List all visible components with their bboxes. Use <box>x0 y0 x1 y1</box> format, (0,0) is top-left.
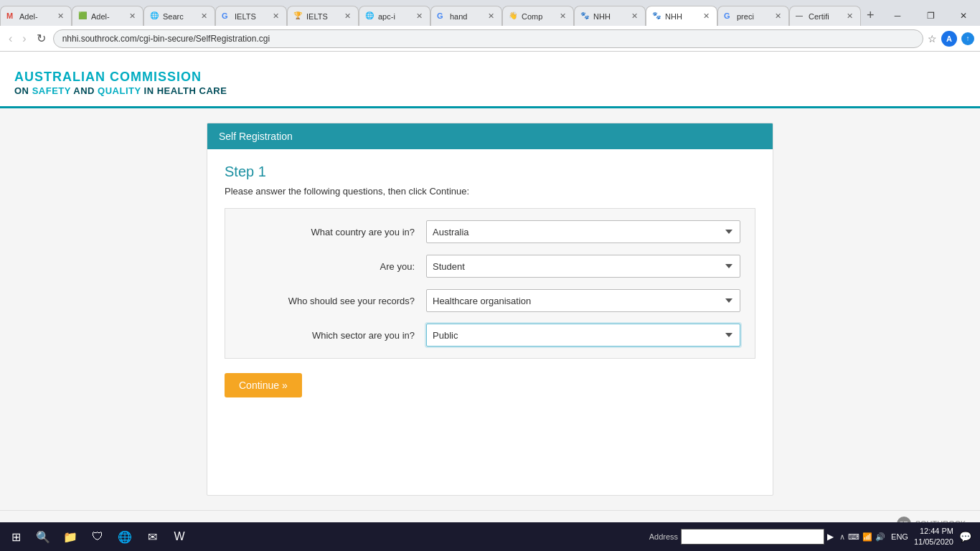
form-row-records: Who should see your records? Healthcare … <box>240 289 740 312</box>
tab-close-6[interactable]: ✕ <box>414 11 424 22</box>
sys-keyboard-icon: ⌨ <box>848 532 859 542</box>
panel-header: Self Registration <box>207 123 773 149</box>
tab-11[interactable]: G preci ✕ <box>717 6 789 26</box>
back-button[interactable]: ‹ <box>6 31 15 47</box>
tab-label-11: preci <box>737 12 770 21</box>
tab-9[interactable]: 🐾 NHH ✕ <box>574 6 646 26</box>
user-avatar[interactable]: A <box>941 31 957 47</box>
country-label: What country are you in? <box>240 227 426 237</box>
tab-close-1[interactable]: ✕ <box>55 11 65 22</box>
tab-favicon-1: M <box>6 11 17 22</box>
taskbar-address-label: Address <box>649 532 678 541</box>
tab-favicon-10: 🐾 <box>652 11 662 22</box>
forward-button[interactable]: › <box>19 31 29 47</box>
records-control: Healthcare organisation Individual No on… <box>426 289 740 312</box>
clock: 12:44 PM 11/05/2020 <box>914 526 953 548</box>
step-title: Step 1 <box>225 164 755 180</box>
tab-close-12[interactable]: ✕ <box>844 11 854 22</box>
form-row-country: What country are you in? Australia New Z… <box>240 220 740 243</box>
form-panel: Self Registration Step 1 Please answer t… <box>207 123 773 496</box>
tab-close-5[interactable]: ✕ <box>342 11 352 22</box>
tab-label-6: apc-i <box>378 12 411 21</box>
maximize-button[interactable]: ❐ <box>914 6 947 26</box>
notification-icon[interactable]: 💬 <box>959 531 971 542</box>
address-input[interactable] <box>53 29 923 48</box>
logo-safety: SAFETY <box>32 85 71 96</box>
taskbar-search[interactable]: 🔍 <box>30 524 56 550</box>
tab-5[interactable]: 🏆 IELTS ✕ <box>287 6 359 26</box>
sys-volume-icon: 🔊 <box>875 532 885 542</box>
taskbar-shield[interactable]: 🛡 <box>85 524 110 550</box>
logo-line1: AUSTRALIAN COMMISSION <box>14 69 227 85</box>
tab-close-3[interactable]: ✕ <box>199 11 209 22</box>
form-row-sector: Which sector are you in? Public Private … <box>240 324 740 347</box>
tab-label-7: hand <box>450 12 483 21</box>
tab-2[interactable]: 🟩 Adel- ✕ <box>72 6 143 26</box>
form-row-role: Are you: Student Clinician Manager Other <box>240 255 740 278</box>
records-label: Who should see your records? <box>240 296 426 306</box>
bookmark-icon[interactable]: ☆ <box>928 33 937 44</box>
taskbar-file-explorer[interactable]: 📁 <box>57 524 83 550</box>
panel-title: Self Registration <box>219 131 293 142</box>
tab-3[interactable]: 🌐 Searc ✕ <box>143 6 215 26</box>
taskbar-go-icon[interactable]: ▶ <box>827 532 834 542</box>
tab-favicon-11: G <box>724 11 734 22</box>
tab-6[interactable]: 🌐 apc-i ✕ <box>359 6 430 26</box>
tab-close-10[interactable]: ✕ <box>701 11 711 22</box>
role-label: Are you: <box>240 261 426 272</box>
close-button[interactable]: ✕ <box>947 6 980 26</box>
tab-label-8: Comp <box>522 12 555 21</box>
role-select[interactable]: Student Clinician Manager Other <box>426 255 740 278</box>
tab-close-8[interactable]: ✕ <box>557 11 567 22</box>
tab-favicon-5: 🏆 <box>293 11 303 22</box>
taskbar-mail[interactable]: ✉ <box>139 524 165 550</box>
sys-tray-arrow[interactable]: ∧ <box>839 532 845 542</box>
tab-4[interactable]: G IELTS ✕ <box>215 6 287 26</box>
logo-in-health: in HEALTH CARE <box>144 85 227 96</box>
tab-close-4[interactable]: ✕ <box>270 11 281 22</box>
reload-button[interactable]: ↻ <box>34 30 49 47</box>
country-select[interactable]: Australia New Zealand Other <box>426 220 740 243</box>
sector-control: Public Private Other <box>426 324 740 347</box>
tab-label-3: Searc <box>163 12 196 21</box>
tab-label-4: IELTS <box>235 12 268 21</box>
address-bar: ‹ › ↻ ☆ A ↑ <box>0 26 980 52</box>
browser-window: M Adel- ✕ 🟩 Adel- ✕ 🌐 Searc ✕ G IELTS ✕ … <box>0 0 980 52</box>
update-badge: ↑ <box>961 32 974 45</box>
minimize-button[interactable]: ─ <box>881 6 914 26</box>
clock-date: 11/05/2020 <box>914 537 953 547</box>
taskbar-right: Address ▶ ∧ ⌨ 📶 🔊 ENG 12:44 PM 11/05/202… <box>649 526 977 548</box>
address-icons: ☆ A ↑ <box>928 31 974 47</box>
tab-close-11[interactable]: ✕ <box>773 11 783 22</box>
form-fields-container: What country are you in? Australia New Z… <box>225 208 755 359</box>
taskbar-address-input[interactable] <box>681 529 824 545</box>
taskbar-word[interactable]: W <box>166 524 192 550</box>
window-controls: ─ ❐ ✕ <box>881 6 980 26</box>
new-tab-button[interactable]: + <box>861 8 880 23</box>
tab-favicon-6: 🌐 <box>365 11 375 22</box>
tab-close-9[interactable]: ✕ <box>629 11 639 22</box>
records-select[interactable]: Healthcare organisation Individual No on… <box>426 289 740 312</box>
sys-network-icon: 📶 <box>862 532 872 542</box>
taskbar-address-section: Address ▶ <box>649 529 834 545</box>
role-control: Student Clinician Manager Other <box>426 255 740 278</box>
tab-favicon-4: G <box>222 11 232 22</box>
tab-7[interactable]: G hand ✕ <box>430 6 502 26</box>
tab-8[interactable]: 👋 Comp ✕ <box>502 6 574 26</box>
tab-1[interactable]: M Adel- ✕ <box>0 6 72 26</box>
tab-label-2: Adel- <box>91 12 124 21</box>
taskbar: ⊞ 🔍 📁 🛡 🌐 ✉ W Address ▶ ∧ ⌨ 📶 🔊 ENG 12:4… <box>0 522 980 551</box>
start-button[interactable]: ⊞ <box>3 524 29 550</box>
tab-label-5: IELTS <box>306 12 339 21</box>
tab-12[interactable]: — Certifi ✕ <box>789 6 861 26</box>
logo-quality: QUALITY <box>98 85 141 96</box>
step-instruction: Please answer the following questions, t… <box>225 186 755 197</box>
tab-close-7[interactable]: ✕ <box>486 11 496 22</box>
sector-label: Which sector are you in? <box>240 330 426 341</box>
continue-button[interactable]: Continue » <box>225 373 302 397</box>
site-logo: AUSTRALIAN COMMISSION on SAFETY and QUAL… <box>14 69 227 98</box>
taskbar-chrome[interactable]: 🌐 <box>112 524 138 550</box>
tab-10[interactable]: 🐾 NHH ✕ <box>646 6 717 26</box>
sector-select[interactable]: Public Private Other <box>426 324 740 347</box>
tab-close-2[interactable]: ✕ <box>127 11 137 22</box>
